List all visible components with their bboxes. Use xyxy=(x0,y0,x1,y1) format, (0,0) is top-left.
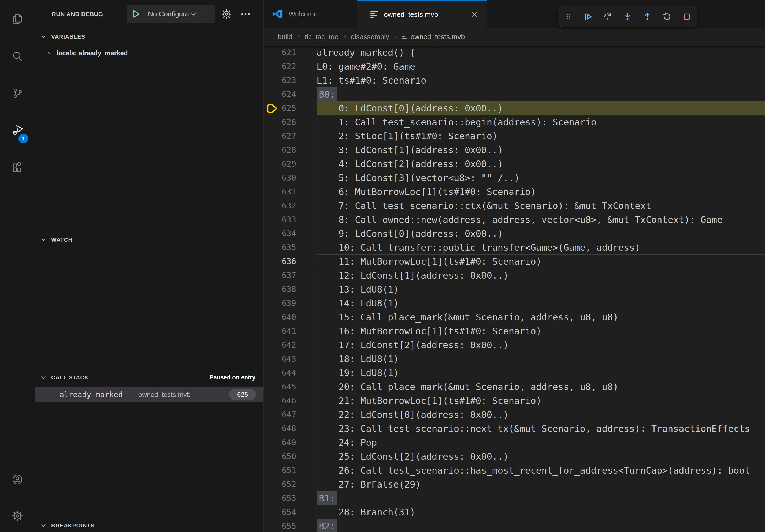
step-over-button[interactable] xyxy=(599,8,616,25)
code-line-text[interactable]: 0: LdConst[0](address: 0x00..) xyxy=(317,101,765,115)
explorer-icon[interactable] xyxy=(0,6,35,31)
code-line[interactable]: 639 14: LdU8(1) xyxy=(264,296,765,310)
line-number[interactable]: 636 xyxy=(264,254,317,268)
line-number[interactable]: 653 xyxy=(264,491,317,505)
code-line[interactable]: 629 4: LdConst[2](address: 0x00..) xyxy=(264,157,765,171)
code-line[interactable]: 647 22: LdConst[0](address: 0x00..) xyxy=(264,408,765,421)
code-line[interactable]: 631 6: MutBorrowLoc[1](ts#1#0: Scenario) xyxy=(264,185,765,199)
code-line[interactable]: 622L0: game#2#0: Game xyxy=(264,60,765,73)
code-line-text[interactable]: 26: Call test_scenario::has_most_recent_… xyxy=(317,463,765,477)
code-line[interactable]: 642 17: LdConst[2](address: 0x00..) xyxy=(264,338,765,352)
code-line-text[interactable]: 12: LdConst[1](address: 0x00..) xyxy=(317,268,765,282)
line-number[interactable]: 626 xyxy=(264,115,317,129)
line-number[interactable]: 624 xyxy=(264,87,317,101)
line-number[interactable]: 622 xyxy=(264,60,317,73)
code-line[interactable]: 653B1: xyxy=(264,491,765,505)
breadcrumb-item[interactable]: build xyxy=(278,33,293,41)
line-number[interactable]: 632 xyxy=(264,199,317,213)
code-line-text[interactable]: 21: MutBorrowLoc[1](ts#1#0: Scenario) xyxy=(317,394,765,408)
line-number[interactable]: 648 xyxy=(264,421,317,435)
code-line-text[interactable]: 27: BrFalse(29) xyxy=(317,477,765,491)
code-line-text[interactable]: 13: LdU8(1) xyxy=(317,282,765,296)
code-line[interactable]: 633 8: Call owned::new(address, address,… xyxy=(264,213,765,227)
line-number[interactable]: 644 xyxy=(264,366,317,380)
step-out-button[interactable] xyxy=(639,8,656,25)
code-line-text[interactable]: B2: xyxy=(317,519,765,532)
code-line[interactable]: 637 12: LdConst[1](address: 0x00..) xyxy=(264,268,765,282)
line-number[interactable]: 625 xyxy=(264,101,317,115)
close-icon[interactable] xyxy=(469,9,480,20)
line-number[interactable]: 631 xyxy=(264,185,317,199)
step-into-button[interactable] xyxy=(619,8,636,25)
code-line-text[interactable]: 4: LdConst[2](address: 0x00..) xyxy=(317,157,765,171)
breakpoints-section-header[interactable]: BREAKPOINTS xyxy=(35,519,264,532)
line-number[interactable]: 633 xyxy=(264,213,317,227)
code-line[interactable]: 655B2: xyxy=(264,519,765,532)
stack-frame-row[interactable]: already_marked owned_tests.mvb 625 xyxy=(35,387,264,402)
code-line[interactable]: 628 3: LdConst[1](address: 0x00..) xyxy=(264,143,765,157)
settings-gear-icon[interactable] xyxy=(0,504,35,528)
code-line[interactable]: 634 9: LdConst[0](address: 0x00..) xyxy=(264,227,765,241)
tab-welcome[interactable]: Welcome xyxy=(264,0,357,28)
code-line-text[interactable]: 19: LdU8(1) xyxy=(317,366,765,380)
line-number[interactable]: 642 xyxy=(264,338,317,352)
code-line-text[interactable]: 3: LdConst[1](address: 0x00..) xyxy=(317,143,765,157)
code-line-text[interactable]: 23: Call test_scenario::next_tx(&mut Sce… xyxy=(317,421,765,435)
code-line-text[interactable]: L0: game#2#0: Game xyxy=(317,60,765,73)
continue-button[interactable] xyxy=(579,8,597,25)
line-number[interactable]: 640 xyxy=(264,310,317,324)
breadcrumb-item[interactable]: tic_tac_toe xyxy=(305,33,339,41)
code-line[interactable]: 652 27: BrFalse(29) xyxy=(264,477,765,491)
code-line-text[interactable]: 17: LdConst[2](address: 0x00..) xyxy=(317,338,765,352)
code-line-text[interactable]: 10: Call transfer::public_transfer<Game>… xyxy=(317,241,765,254)
code-line-text[interactable]: 7: Call test_scenario::ctx(&mut Scenario… xyxy=(317,199,765,213)
line-number[interactable]: 646 xyxy=(264,394,317,408)
breadcrumb-item[interactable]: disassembly xyxy=(351,33,389,41)
code-line-text[interactable]: 18: LdU8(1) xyxy=(317,352,765,366)
line-number[interactable]: 655 xyxy=(264,519,317,532)
code-line[interactable]: 651 26: Call test_scenario::has_most_rec… xyxy=(264,463,765,477)
code-line[interactable]: 627 2: StLoc[1](ts#1#0: Scenario) xyxy=(264,129,765,143)
code-line-text[interactable]: already_marked() { xyxy=(317,46,765,60)
code-line-text[interactable]: 20: Call place_mark(&mut Scenario, addre… xyxy=(317,380,765,394)
code-line-text[interactable]: 1: Call test_scenario::begin(address): S… xyxy=(317,115,765,129)
line-number[interactable]: 651 xyxy=(264,463,317,477)
code-line[interactable]: 625 0: LdConst[0](address: 0x00..) xyxy=(264,101,765,115)
line-number[interactable]: 635 xyxy=(264,241,317,254)
code-line[interactable]: 648 23: Call test_scenario::next_tx(&mut… xyxy=(264,421,765,435)
code-line[interactable]: 638 13: LdU8(1) xyxy=(264,282,765,296)
code-line-text[interactable]: 11: MutBorrowLoc[1](ts#1#0: Scenario) xyxy=(317,254,765,268)
code-line-text[interactable]: 14: LdU8(1) xyxy=(317,296,765,310)
line-number[interactable]: 629 xyxy=(264,157,317,171)
source-control-icon[interactable] xyxy=(0,81,35,106)
code-line-text[interactable]: 9: LdConst[0](address: 0x00..) xyxy=(317,227,765,241)
line-number[interactable]: 637 xyxy=(264,268,317,282)
code-line[interactable]: 644 19: LdU8(1) xyxy=(264,366,765,380)
code-line[interactable]: 635 10: Call transfer::public_transfer<G… xyxy=(264,241,765,254)
code-line[interactable]: 640 15: Call place_mark(&mut Scenario, a… xyxy=(264,310,765,324)
line-number[interactable]: 643 xyxy=(264,352,317,366)
code-line[interactable]: 641 16: MutBorrowLoc[1](ts#1#0: Scenario… xyxy=(264,324,765,338)
start-debug-icon[interactable] xyxy=(130,8,141,20)
line-number[interactable]: 645 xyxy=(264,380,317,394)
watch-section-header[interactable]: WATCH xyxy=(35,231,264,248)
code-line[interactable]: 624B0: xyxy=(264,87,765,101)
call-stack-section-header[interactable]: CALL STACK Paused on entry xyxy=(35,368,264,387)
code-line-text[interactable]: 28: Branch(31) xyxy=(317,505,765,519)
code-line[interactable]: 646 21: MutBorrowLoc[1](ts#1#0: Scenario… xyxy=(264,394,765,408)
restart-button[interactable] xyxy=(658,8,675,25)
code-line[interactable]: 636 11: MutBorrowLoc[1](ts#1#0: Scenario… xyxy=(264,254,765,268)
code-line[interactable]: 643 18: LdU8(1) xyxy=(264,352,765,366)
code-line-text[interactable]: L1: ts#1#0: Scenario xyxy=(317,73,765,87)
search-icon[interactable] xyxy=(0,44,35,69)
code-line[interactable]: 621already_marked() { xyxy=(264,46,765,60)
code-line-text[interactable]: 15: Call place_mark(&mut Scenario, addre… xyxy=(317,310,765,324)
code-line-text[interactable]: 16: MutBorrowLoc[1](ts#1#0: Scenario) xyxy=(317,324,765,338)
code-line[interactable]: 654 28: Branch(31) xyxy=(264,505,765,519)
code-line[interactable]: 645 20: Call place_mark(&mut Scenario, a… xyxy=(264,380,765,394)
more-actions-icon[interactable] xyxy=(240,8,252,20)
tab-owned-tests[interactable]: owned_tests.mvb xyxy=(357,0,486,28)
line-number[interactable]: 639 xyxy=(264,296,317,310)
line-number[interactable]: 650 xyxy=(264,449,317,463)
code-line-text[interactable]: 25: LdConst[2](address: 0x00..) xyxy=(317,449,765,463)
